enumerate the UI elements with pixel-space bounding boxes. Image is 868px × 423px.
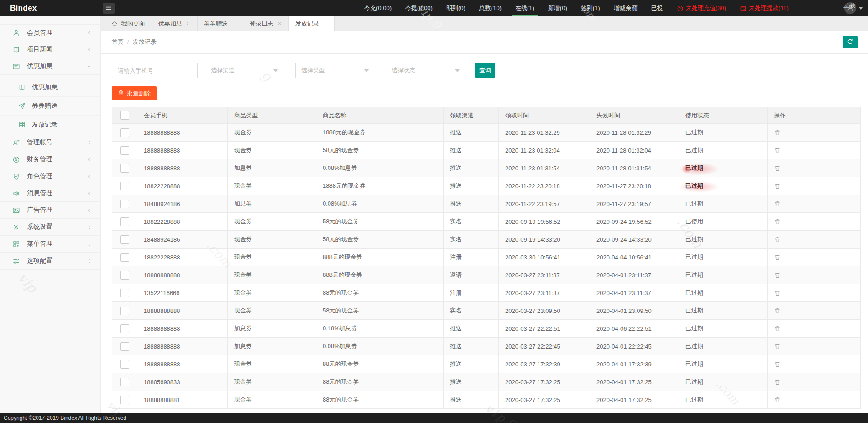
topbar-stat-check-in[interactable]: 签到(1) xyxy=(581,0,600,16)
account-icon xyxy=(12,139,20,147)
topbar-stat-today-withdraw[interactable]: 今提(0.00) xyxy=(405,0,433,16)
topbar-stat-pending-recharge[interactable]: 未处理充值(30) xyxy=(677,0,726,16)
cell-product-type: 现金券 xyxy=(228,231,316,249)
sidebar-item-members[interactable]: 会员管理 xyxy=(0,24,100,41)
main-content: 选择渠道 选择类型 选择状态 查询 批量删除 会员手机商品类型商品名称领取渠道领… xyxy=(101,54,868,413)
row-checkbox[interactable] xyxy=(120,253,129,262)
tab-coupon-gift[interactable]: 券券赠送 xyxy=(198,16,243,31)
close-icon[interactable] xyxy=(323,21,328,26)
sidebar-item-promo-interest[interactable]: 优惠加息 xyxy=(0,58,100,75)
chevron-left-icon xyxy=(86,241,92,247)
sidebar-item-admin-accounts[interactable]: 管理帐号 xyxy=(0,134,100,151)
sidebar-item-system-settings[interactable]: 系统设置 xyxy=(0,219,100,236)
row-checkbox[interactable] xyxy=(120,396,129,404)
delete-row-button[interactable] xyxy=(774,147,781,154)
type-select-value: 选择类型 xyxy=(301,66,325,74)
delete-row-button[interactable] xyxy=(774,236,781,243)
delete-row-button[interactable] xyxy=(774,379,781,386)
topbar-stat-total-count[interactable]: 总数(10) xyxy=(479,0,502,16)
sidebar-item-coupon-gift[interactable]: 券券赠送 xyxy=(0,97,100,116)
chevron-down-icon xyxy=(86,63,92,69)
row-checkbox[interactable] xyxy=(120,324,129,333)
row-checkbox[interactable] xyxy=(120,289,129,297)
finance-icon xyxy=(12,156,20,164)
batch-delete-button[interactable]: 批量删除 xyxy=(112,86,157,100)
sidebar-item-grant-records[interactable]: 发放记录 xyxy=(0,116,100,134)
select-all-checkbox[interactable] xyxy=(120,111,129,120)
table-toolbar: 批量删除 xyxy=(112,86,860,100)
close-icon[interactable] xyxy=(186,21,191,26)
delete-row-button[interactable] xyxy=(774,397,781,403)
delete-row-button[interactable] xyxy=(774,201,781,207)
delete-row-button[interactable] xyxy=(774,165,781,172)
grant-records-table: 会员手机商品类型商品名称领取渠道领取时间失效时间使用状态操作 188888888… xyxy=(112,107,861,409)
topbar-stat-new-users[interactable]: 新增(0) xyxy=(548,0,567,16)
sidebar-item-promo-interest-sub[interactable]: 优惠加息 xyxy=(0,78,100,97)
topbar-stat-label: 总数(10) xyxy=(479,4,502,12)
row-checkbox[interactable] xyxy=(120,342,129,351)
phone-search-input[interactable] xyxy=(112,63,198,78)
delete-row-button[interactable] xyxy=(774,307,781,314)
sidebar-item-roles[interactable]: 角色管理 xyxy=(0,168,100,185)
status-badge: 已过期 xyxy=(685,343,703,349)
row-select-cell xyxy=(112,159,137,177)
cell-received-time: 2020-09-19 14:33:20 xyxy=(499,231,590,249)
cell-expired-time: 2020-04-01 17:32:25 xyxy=(590,373,679,391)
row-checkbox[interactable] xyxy=(120,128,129,137)
type-select[interactable]: 选择类型 xyxy=(295,63,374,78)
row-checkbox[interactable] xyxy=(120,217,129,226)
sidebar-item-finance[interactable]: 财务管理 xyxy=(0,151,100,168)
delete-row-button[interactable] xyxy=(774,290,781,296)
cell-expired-time: 2020-09-24 19:56:52 xyxy=(590,213,679,231)
row-checkbox[interactable] xyxy=(120,307,129,315)
delete-row-button[interactable] xyxy=(774,272,781,279)
chevron-left-icon xyxy=(86,30,92,36)
tab-my-desktop[interactable]: 我的桌面 xyxy=(105,16,152,31)
topbar-stat-pending-withdraw[interactable]: 未处理提款(11) xyxy=(740,0,789,16)
row-select-cell xyxy=(112,338,137,355)
sidebar-item-messages[interactable]: 消息管理 xyxy=(0,185,100,202)
sidebar-item-label: 菜单管理 xyxy=(27,240,86,248)
row-checkbox[interactable] xyxy=(120,360,129,369)
row-checkbox[interactable] xyxy=(120,200,129,208)
sidebar-item-menus[interactable]: 菜单管理 xyxy=(0,236,100,253)
tab-grant-records[interactable]: 发放记录 xyxy=(289,16,335,31)
cell-actions xyxy=(768,124,861,142)
topbar-stat-online[interactable]: 在线(1) xyxy=(515,0,534,16)
topbar-stat-invested[interactable]: 已投 xyxy=(651,0,663,16)
topbar-stat-due-tomorrow[interactable]: 明到(0) xyxy=(446,0,465,16)
cell-phone: 13522116666 xyxy=(137,284,228,302)
status-select[interactable]: 选择状态 xyxy=(386,63,465,78)
delete-row-button[interactable] xyxy=(774,343,781,350)
sidebar-item-ads[interactable]: 广告管理 xyxy=(0,202,100,219)
row-checkbox[interactable] xyxy=(120,235,129,244)
breadcrumb-home[interactable]: 首页 xyxy=(112,38,124,45)
close-icon[interactable] xyxy=(277,21,282,26)
topbar-stat-today-recharge[interactable]: 今充(0.00) xyxy=(364,0,392,16)
row-checkbox[interactable] xyxy=(120,182,129,190)
tab-promo-interest[interactable]: 优惠加息 xyxy=(152,16,198,31)
delete-row-button[interactable] xyxy=(774,129,781,136)
row-checkbox[interactable] xyxy=(120,146,129,155)
delete-row-button[interactable] xyxy=(774,361,781,368)
row-checkbox[interactable] xyxy=(120,378,129,386)
delete-row-button[interactable] xyxy=(774,254,781,261)
sidebar-toggle-button[interactable] xyxy=(103,3,115,14)
chevron-down-icon xyxy=(859,7,863,10)
row-checkbox[interactable] xyxy=(120,271,129,280)
sidebar-item-news[interactable]: 项目新闻 xyxy=(0,41,100,58)
news-icon xyxy=(12,46,20,53)
delete-row-button[interactable] xyxy=(774,183,781,190)
delete-row-button[interactable] xyxy=(774,325,781,332)
close-icon[interactable] xyxy=(231,21,236,26)
avatar[interactable] xyxy=(844,2,856,14)
delete-row-button[interactable] xyxy=(774,218,781,225)
tab-login-logs[interactable]: 登录日志 xyxy=(243,16,289,31)
topbar-stat-adjust-balance[interactable]: 增减余额 xyxy=(614,0,638,16)
channel-select[interactable]: 选择渠道 xyxy=(205,63,283,78)
refresh-button[interactable] xyxy=(843,36,858,48)
row-checkbox[interactable] xyxy=(120,164,129,173)
sidebar-item-options[interactable]: 选项配置 xyxy=(0,253,100,270)
user-menu[interactable] xyxy=(844,2,863,14)
search-button[interactable]: 查询 xyxy=(475,63,495,78)
